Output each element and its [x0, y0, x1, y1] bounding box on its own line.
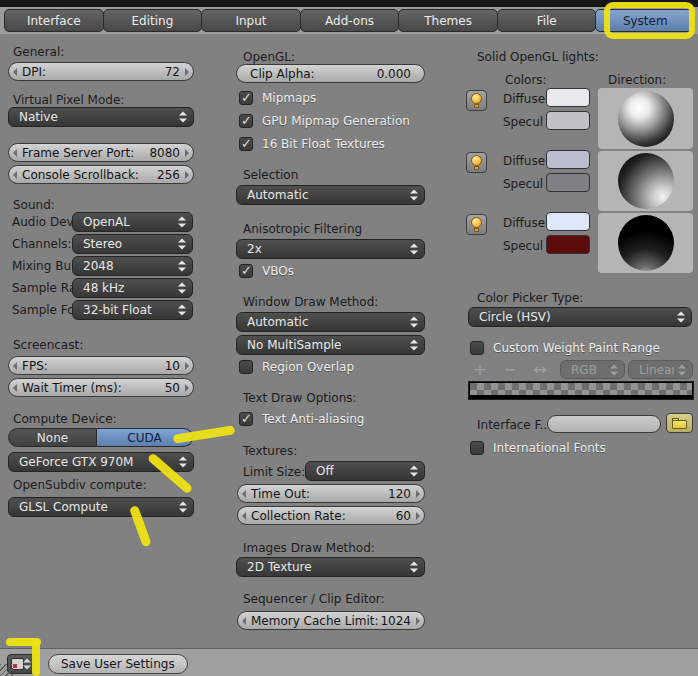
international-fonts-checkbox[interactable] [470, 441, 484, 455]
dpi-field[interactable]: DPI: 72 [8, 62, 194, 81]
folder-browse-button[interactable] [666, 413, 693, 433]
limit-size-label: Limit Size: [243, 465, 305, 479]
fps-field[interactable]: FPS: 10 [8, 356, 194, 375]
ramp-flip-button[interactable]: ↔ [527, 362, 553, 378]
wait-timer-field[interactable]: Wait Timer (ms): 50 [8, 378, 194, 397]
virtual-pixel-value: Native [19, 110, 58, 124]
decrease-arrow-icon[interactable] [242, 490, 246, 498]
console-scrollback-value: 256 [157, 168, 180, 182]
sample-rate-select[interactable]: 48 kHz [72, 278, 193, 298]
light1-diffuse-swatch[interactable] [546, 88, 590, 107]
decrease-arrow-icon[interactable] [13, 384, 17, 392]
light2-specular-swatch[interactable] [546, 173, 590, 192]
tab-file[interactable]: File [497, 9, 597, 32]
sample-format-select[interactable]: 32-bit Float [72, 300, 193, 320]
light-bulb-icon[interactable] [466, 214, 487, 235]
limit-size-select[interactable]: Off [305, 461, 425, 481]
diffuse-label: Diffuse [503, 92, 545, 106]
save-user-settings-button[interactable]: Save User Settings [48, 654, 188, 674]
light2-direction-sphere[interactable] [618, 153, 674, 209]
window-draw-heading: Window Draw Method: [243, 295, 378, 309]
text-aa-checkbox[interactable] [239, 412, 253, 426]
clip-alpha-field[interactable]: Clip Alpha: 0.000 [236, 64, 425, 83]
float-textures-label: 16 Bit Float Textures [262, 137, 385, 151]
weight-paint-label: Custom Weight Paint Range [493, 341, 660, 355]
channels-select[interactable]: Stereo [72, 234, 193, 254]
light3-direction-sphere[interactable] [618, 215, 674, 271]
float-textures-checkbox[interactable] [239, 137, 253, 151]
mixing-buffer-select[interactable]: 2048 [72, 256, 193, 276]
light3-specular-swatch[interactable] [546, 235, 590, 254]
vbos-checkbox[interactable] [239, 264, 253, 278]
tab-bar: Interface Editing Input Add-ons Themes F… [0, 7, 698, 34]
increase-arrow-icon[interactable] [185, 68, 189, 76]
images-draw-select[interactable]: 2D Texture [236, 557, 425, 577]
increase-arrow-icon[interactable] [185, 171, 189, 179]
collection-rate-field[interactable]: Collection Rate: 60 [237, 506, 425, 525]
tab-input[interactable]: Input [201, 9, 301, 32]
ramp-add-button[interactable]: + [468, 362, 492, 378]
memory-cache-field[interactable]: Memory Cache Limit: 1024 [237, 611, 425, 630]
increase-arrow-icon[interactable] [185, 384, 189, 392]
memory-cache-label: Memory Cache Limit: [251, 614, 379, 628]
decrease-arrow-icon[interactable] [242, 512, 246, 520]
multisample-select[interactable]: No MultiSample [236, 335, 425, 355]
dpi-value: 72 [165, 65, 180, 79]
weight-paint-checkbox[interactable] [470, 341, 484, 355]
color-ramp-bar[interactable] [468, 381, 694, 400]
updown-arrows-icon [178, 282, 186, 295]
compute-none-button[interactable]: None [8, 428, 97, 447]
increase-arrow-icon[interactable] [416, 617, 420, 625]
tab-interface[interactable]: Interface [4, 9, 104, 32]
interface-font-field[interactable] [547, 415, 661, 433]
mipmaps-checkbox[interactable] [239, 91, 253, 105]
corner-resize-grip[interactable] [0, 664, 13, 676]
anisotropic-select[interactable]: 2x [236, 239, 425, 259]
light2-diffuse-swatch[interactable] [546, 150, 590, 169]
audio-device-select[interactable]: OpenAL [72, 212, 193, 232]
updown-arrows-icon [410, 316, 418, 329]
tab-editing[interactable]: Editing [103, 9, 203, 32]
light1-direction-widget[interactable] [598, 88, 693, 149]
increase-arrow-icon[interactable] [416, 490, 420, 498]
fps-label: FPS: [22, 359, 48, 373]
time-out-label: Time Out: [251, 487, 310, 501]
increase-arrow-icon[interactable] [185, 362, 189, 370]
decrease-arrow-icon[interactable] [13, 149, 17, 157]
decrease-arrow-icon[interactable] [13, 68, 17, 76]
decrease-arrow-icon[interactable] [242, 617, 246, 625]
gpu-mipmap-checkbox[interactable] [239, 114, 253, 128]
color-picker-select[interactable]: Circle (HSV) [468, 307, 692, 327]
light-bulb-icon[interactable] [466, 152, 487, 173]
opensubdiv-select[interactable]: GLSL Compute [8, 497, 194, 517]
time-out-field[interactable]: Time Out: 120 [237, 484, 425, 503]
console-scrollback-field[interactable]: Console Scrollback: 256 [8, 165, 194, 184]
light2-direction-widget[interactable] [598, 151, 693, 211]
increase-arrow-icon[interactable] [416, 512, 420, 520]
updown-arrows-icon [179, 456, 187, 469]
light1-specular-swatch[interactable] [546, 111, 590, 130]
audio-device-label: Audio Dev [12, 215, 74, 229]
window-draw-select[interactable]: Automatic [236, 312, 425, 332]
ramp-interpolation-select[interactable]: Linear [628, 360, 693, 379]
updown-arrows-icon [178, 260, 186, 273]
text-aa-row: Text Anti-aliasing [239, 411, 364, 426]
ramp-color-mode-select[interactable]: RGB [560, 360, 625, 379]
decrease-arrow-icon[interactable] [13, 171, 17, 179]
increase-arrow-icon[interactable] [185, 149, 189, 157]
region-overlap-checkbox[interactable] [239, 360, 253, 374]
light1-direction-sphere[interactable] [618, 91, 674, 147]
tab-addons[interactable]: Add-ons [300, 9, 400, 32]
frame-server-port-label: Frame Server Port: [22, 146, 134, 160]
light3-diffuse-swatch[interactable] [546, 212, 590, 231]
tab-themes[interactable]: Themes [398, 9, 498, 32]
decrease-arrow-icon[interactable] [13, 362, 17, 370]
clip-alpha-value: 0.000 [377, 67, 411, 81]
light-bulb-icon[interactable] [466, 90, 487, 111]
virtual-pixel-mode-select[interactable]: Native [8, 107, 194, 127]
frame-server-port-field[interactable]: Frame Server Port: 8080 [8, 143, 194, 162]
console-scrollback-label: Console Scrollback: [22, 168, 139, 182]
selection-select[interactable]: Automatic [236, 185, 425, 205]
light3-direction-widget[interactable] [598, 213, 693, 273]
ramp-remove-button[interactable]: − [498, 362, 522, 378]
